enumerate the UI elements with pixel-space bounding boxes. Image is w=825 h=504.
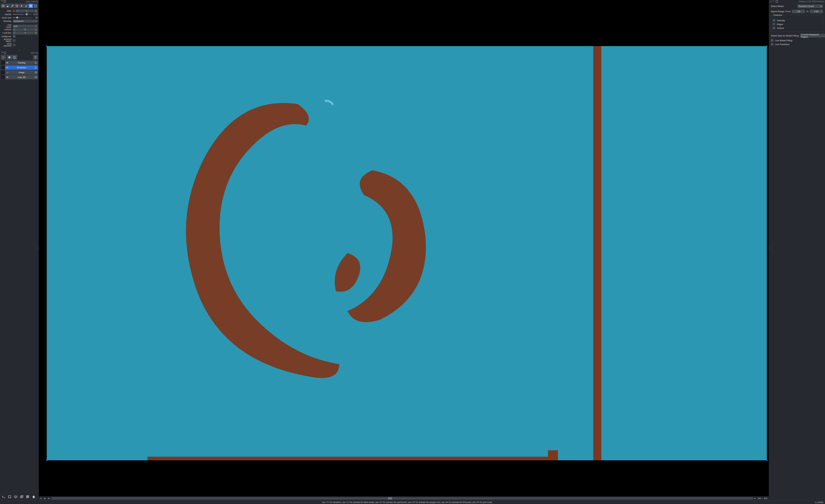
sigma-from-value[interactable]: 1.00 (795, 10, 802, 13)
visibility-toggle[interactable] (5, 61, 9, 64)
contiguous-checkbox[interactable] (13, 35, 15, 38)
home-button[interactable] (31, 494, 36, 499)
dim-last-button[interactable]: ⏭ (754, 497, 756, 499)
grid-button[interactable] (25, 494, 30, 499)
label-decrement[interactable]: − (16, 9, 19, 12)
ndisplay-2d-button[interactable] (7, 494, 12, 499)
sigma-to-increment[interactable]: + (820, 10, 823, 13)
contour-decrement[interactable]: − (13, 28, 16, 31)
roll-dims-button[interactable] (19, 494, 24, 499)
segmentation-region (593, 46, 601, 460)
feature-checkbox[interactable] (773, 27, 775, 29)
detach-icon[interactable] (1, 52, 3, 54)
transform-handle[interactable] (766, 460, 767, 461)
transform-tool[interactable] (33, 4, 38, 8)
model-combo[interactable]: Random Forest ▾ (797, 4, 823, 8)
transform-handle[interactable] (46, 460, 47, 461)
close-icon[interactable]: ✕ (770, 0, 772, 3)
polygon-tool[interactable] (15, 4, 19, 8)
feature-checkbox[interactable] (773, 19, 775, 22)
detach-icon[interactable] (773, 0, 775, 3)
visibility-toggle[interactable] (5, 66, 9, 69)
label-value[interactable]: 1 (19, 10, 35, 12)
live-fit-checkbox[interactable] (771, 39, 773, 42)
new-labels-layer[interactable] (12, 55, 17, 60)
detach-icon[interactable] (1, 0, 3, 3)
nedit-value[interactable]: 2 (16, 32, 35, 34)
nedit-increment[interactable]: + (35, 31, 38, 34)
layer-list-header: layer list (0, 51, 39, 54)
sigma-from-decrement[interactable]: − (792, 10, 795, 13)
sigma-to-label: To (806, 10, 809, 13)
shuffle-tool[interactable] (1, 4, 5, 8)
feature-label: Intensity (777, 19, 785, 22)
move-tool[interactable] (28, 4, 33, 8)
brush-size-slider[interactable]: 10 (13, 16, 38, 19)
dim-first-button[interactable]: ⏮ (48, 497, 50, 499)
layer-name: Image (9, 71, 34, 74)
new-points-layer[interactable] (1, 55, 6, 60)
color-mode-combo[interactable]: auto ▾ (13, 25, 38, 28)
svg-rect-30 (27, 497, 28, 498)
label-toolbar (0, 3, 39, 9)
dim-track[interactable] (52, 497, 753, 500)
show-selected-checkbox[interactable] (13, 44, 15, 46)
svg-point-35 (293, 331, 303, 341)
svg-point-34 (268, 315, 278, 325)
ndisplay-3d-button[interactable] (13, 494, 18, 499)
transform-handle[interactable] (766, 46, 767, 47)
dim-play-button[interactable]: ▶ (44, 497, 47, 499)
feature-checkbox[interactable] (773, 23, 775, 25)
label-spinner[interactable]: − 1 + (16, 9, 38, 12)
transform-handle[interactable] (46, 46, 47, 47)
float-icon[interactable] (4, 0, 6, 3)
new-shapes-layer[interactable] (7, 55, 12, 60)
layer-item[interactable]: Painting (1, 61, 38, 65)
brush-tool[interactable] (10, 4, 14, 8)
label-color-swatch[interactable] (13, 10, 15, 12)
select-data-combo[interactable]: Current Displayed Region ▾ (800, 34, 825, 37)
dim-thumb[interactable] (388, 497, 392, 500)
nedit-decrement[interactable]: − (13, 31, 16, 34)
visibility-toggle[interactable] (5, 71, 9, 74)
label-increment[interactable]: + (35, 9, 38, 12)
sigma-from-spinner[interactable]: − 1.00 + (792, 10, 805, 13)
layer-item[interactable]: Image (1, 70, 38, 75)
preserve-labels-checkbox[interactable] (13, 39, 15, 42)
svg-point-36 (244, 290, 252, 299)
layer-item[interactable]: Prediction (1, 65, 38, 70)
activity-button[interactable]: ⋀ activity (815, 501, 823, 503)
float-icon[interactable] (776, 0, 778, 3)
opacity-slider[interactable]: 0.70 (13, 13, 38, 16)
live-pred-checkbox[interactable] (771, 43, 773, 46)
right-drawer-handle[interactable]: ⋮ (768, 247, 770, 250)
panel-resize-handle[interactable]: ⋯ (0, 49, 39, 51)
sigma-from-increment[interactable]: + (802, 10, 805, 13)
eraser-tool[interactable] (5, 4, 10, 8)
picker-tool[interactable] (24, 4, 28, 8)
delete-layer-button[interactable] (33, 55, 38, 60)
svg-rect-33 (27, 498, 28, 498)
bucket-tool[interactable] (19, 4, 24, 8)
console-button[interactable] (1, 494, 6, 499)
viewer-canvas[interactable]: ⋮ ⋮ (39, 0, 769, 496)
contour-spinner[interactable]: − 0 + (13, 28, 38, 31)
canvas-area: ⋮ ⋮ (39, 0, 769, 500)
sigma-to-decrement[interactable]: − (810, 10, 813, 13)
sigma-to-value[interactable]: 5.00 (813, 10, 820, 13)
left-drawer-handle[interactable]: ⋮ (38, 247, 39, 250)
svg-point-9 (36, 6, 36, 7)
layer-item[interactable]: crop_3D (1, 75, 38, 79)
opacity-label: opacity: (1, 13, 13, 15)
float-icon[interactable] (4, 52, 6, 54)
svg-rect-28 (29, 495, 29, 496)
feature-row: Intensity (773, 19, 821, 22)
svg-point-7 (36, 5, 36, 5)
contour-increment[interactable]: + (35, 28, 38, 31)
opacity-value: 0.70 (31, 13, 38, 15)
blending-combo[interactable]: translucent ▾ (13, 20, 38, 23)
nedit-spinner[interactable]: − 2 + (13, 31, 38, 34)
sigma-to-spinner[interactable]: − 5.00 + (810, 10, 823, 13)
contour-value[interactable]: 0 (16, 28, 35, 31)
visibility-toggle[interactable] (5, 76, 9, 79)
